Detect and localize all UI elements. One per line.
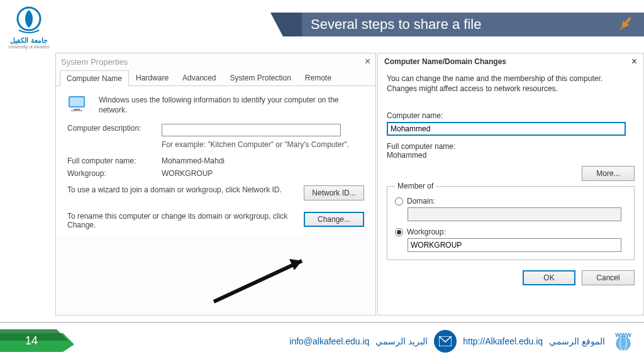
svg-rect-2 bbox=[625, 17, 631, 23]
computer-description-input[interactable] bbox=[162, 124, 341, 136]
computer-name-label: Computer name: bbox=[387, 111, 635, 120]
svg-text:WWW: WWW bbox=[615, 332, 631, 338]
change-button[interactable]: Change... bbox=[304, 212, 364, 227]
tab-system-protection[interactable]: System Protection bbox=[223, 70, 297, 85]
svg-rect-7 bbox=[74, 109, 80, 110]
workgroup-radio-label: Workgroup: bbox=[407, 228, 446, 236]
tab-advanced[interactable]: Advanced bbox=[175, 70, 223, 85]
slide-title: Several steps to share a file bbox=[311, 16, 481, 33]
domain-changes-dialog: Computer Name/Domain Changes × You can c… bbox=[377, 53, 644, 315]
network-id-text: To use a wizard to join a domain or work… bbox=[67, 185, 291, 194]
domain-radio[interactable] bbox=[395, 197, 403, 206]
pin-icon bbox=[616, 14, 635, 33]
domain-input[interactable] bbox=[408, 207, 621, 221]
university-logo: جامعة الكفيل University of Alkafeel bbox=[8, 5, 50, 49]
more-button[interactable]: More... bbox=[582, 166, 635, 181]
tab-remote[interactable]: Remote bbox=[298, 70, 338, 85]
cancel-button[interactable]: Cancel bbox=[582, 270, 635, 285]
close-icon[interactable]: × bbox=[631, 56, 637, 67]
workgroup-label: Workgroup: bbox=[67, 169, 162, 178]
network-id-button[interactable]: Network ID... bbox=[304, 185, 364, 200]
workgroup-radio[interactable] bbox=[395, 228, 403, 236]
sp-intro-text: Windows uses the following information t… bbox=[99, 95, 364, 115]
desc-label: Computer description: bbox=[67, 124, 162, 136]
dc-full-value: Mohammed bbox=[387, 151, 635, 160]
sp-tabs: Computer Name Hardware Advanced System P… bbox=[56, 70, 375, 86]
ok-button[interactable]: OK bbox=[523, 270, 575, 285]
full-name-label: Full computer name: bbox=[67, 156, 162, 165]
dc-full-label: Full computer name: bbox=[387, 142, 635, 151]
footer-email: info@alkafeel.edu.iq bbox=[289, 336, 369, 346]
mail-icon bbox=[434, 330, 457, 353]
workgroup-input[interactable] bbox=[408, 238, 621, 252]
logo-text-en: University of Alkafeel bbox=[8, 45, 50, 49]
member-of-fieldset: Member of Domain: Workgroup: bbox=[387, 186, 635, 260]
computer-icon bbox=[67, 95, 90, 112]
change-text: To rename this computer or change its do… bbox=[67, 212, 291, 229]
svg-line-4 bbox=[621, 26, 623, 30]
member-of-legend: Member of bbox=[395, 182, 436, 190]
full-name-value: Mohammed-Mahdi bbox=[162, 156, 225, 165]
tab-hardware[interactable]: Hardware bbox=[129, 70, 175, 85]
footer-contact: info@alkafeel.edu.iq البريد الرسمي http:… bbox=[289, 329, 635, 353]
svg-rect-8 bbox=[71, 110, 82, 111]
desc-example: For example: "Kitchen Computer" or "Mary… bbox=[162, 140, 364, 149]
sp-title: System Properties bbox=[61, 57, 128, 67]
tab-computer-name[interactable]: Computer Name bbox=[60, 70, 129, 86]
page-number: 14 bbox=[25, 334, 38, 348]
footer-site-ar: الموقع الرسمي bbox=[549, 336, 605, 346]
footer-site: http://Alkafeel.edu.iq bbox=[463, 336, 543, 346]
domain-label: Domain: bbox=[407, 197, 435, 206]
footer-email-ar: البريد الرسمي bbox=[375, 336, 428, 346]
dc-intro: You can change the name and the membersh… bbox=[387, 74, 635, 94]
logo-text-ar: جامعة الكفيل bbox=[8, 36, 50, 45]
svg-rect-6 bbox=[70, 97, 84, 106]
footer-divider bbox=[0, 322, 644, 323]
www-icon: WWW bbox=[611, 329, 635, 353]
workgroup-value: WORKGROUP bbox=[162, 169, 213, 178]
slide-title-bar: Several steps to share a file bbox=[270, 13, 644, 36]
system-properties-window: System Properties × Computer Name Hardwa… bbox=[55, 53, 376, 315]
dc-title: Computer Name/Domain Changes bbox=[384, 57, 506, 66]
computer-name-input[interactable] bbox=[387, 122, 626, 136]
close-icon[interactable]: × bbox=[365, 56, 370, 67]
